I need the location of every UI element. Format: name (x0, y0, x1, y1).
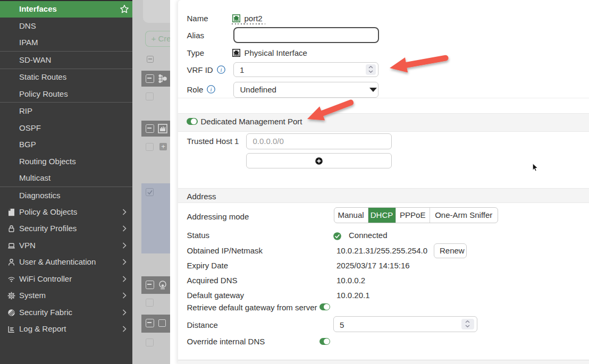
svg-text:i: i (220, 66, 222, 73)
svg-text:i: i (210, 86, 212, 92)
